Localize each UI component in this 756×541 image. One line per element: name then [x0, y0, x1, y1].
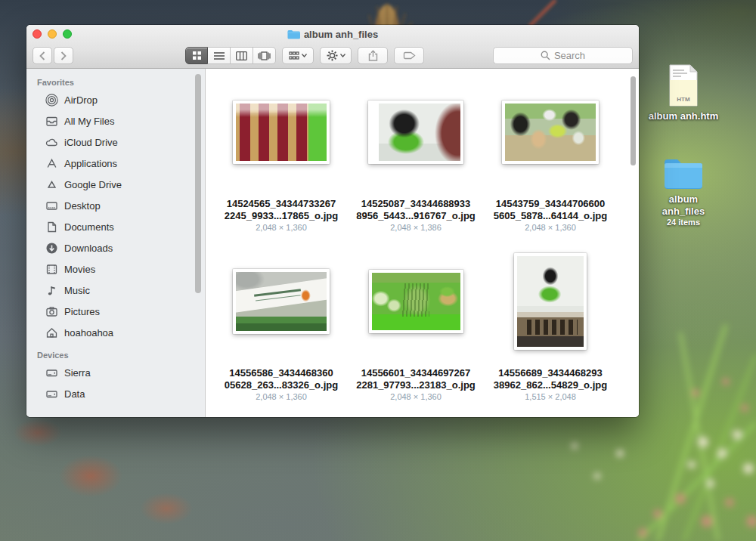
home-icon — [45, 326, 58, 339]
arrange-button[interactable] — [282, 47, 314, 64]
search-icon — [541, 51, 550, 60]
file-name: 14525087_343446889338956_5443...916767_o… — [356, 198, 476, 222]
file-item[interactable]: 14556689_343446829338962_862...54829_o.j… — [483, 241, 618, 410]
sidebar-item-movies[interactable]: Movies — [26, 258, 205, 280]
file-thumbnail[interactable] — [369, 270, 463, 333]
file-dimensions: 2,048 × 1,360 — [390, 392, 442, 401]
window-title: album anh_files — [287, 29, 378, 40]
file-dimensions: 1,515 × 2,048 — [525, 392, 576, 401]
desktop-icon-label: album anh.htm — [649, 110, 718, 122]
sidebar-item-documents[interactable]: Documents — [26, 216, 205, 237]
file-name: 14556601_343446972672281_97793...23183_o… — [356, 367, 476, 391]
toolbar: Search — [26, 43, 639, 68]
downloads-icon — [45, 241, 58, 255]
column-view-button[interactable] — [231, 47, 253, 64]
hard-drive-icon — [45, 387, 58, 400]
sidebar-item-icloud-drive[interactable]: iCloud Drive — [26, 131, 205, 153]
htm-file-icon: HTM — [666, 63, 701, 107]
sidebar-section-devices: Devices — [26, 348, 205, 362]
mini-folder-icon — [287, 29, 300, 39]
desktop-icon-folder[interactable]: album anh_files 24 items — [647, 156, 720, 227]
sidebar-item-all-my-files[interactable]: All My Files — [26, 110, 205, 131]
file-dimensions: 2,048 × 1,360 — [256, 223, 307, 232]
file-item[interactable]: 14556586_343446836005628_263...83326_o.j… — [214, 241, 349, 410]
sidebar-item-google-drive[interactable]: Google Drive — [26, 174, 205, 195]
airdrop-icon — [45, 93, 58, 107]
icon-grid: 14524565_343447332672245_9933...17865_o.… — [206, 69, 639, 410]
desktop-icon-htm-file[interactable]: HTM album anh.htm — [647, 63, 720, 122]
all-my-files-icon — [45, 114, 58, 128]
document-icon — [45, 220, 58, 233]
sidebar-section-favorites: Favorites — [26, 75, 205, 89]
pictures-icon — [45, 305, 58, 318]
finder-window: album anh_files — [26, 25, 639, 417]
search-input[interactable]: Search — [493, 47, 633, 64]
minimize-button[interactable] — [48, 29, 57, 39]
sidebar-item-downloads[interactable]: Downloads — [26, 237, 205, 258]
file-dimensions: 2,048 × 1,360 — [256, 392, 307, 401]
file-item[interactable]: 14556601_343446972672281_97793...23183_o… — [349, 241, 483, 410]
folder-item-count: 24 items — [667, 218, 700, 227]
movies-icon — [45, 262, 58, 276]
file-name: 14524565_343447332672245_9933...17865_o.… — [225, 198, 338, 222]
sidebar: Favorites AirDrop All My Files — [26, 69, 206, 417]
file-item[interactable]: 14524565_343447332672245_9933...17865_o.… — [214, 72, 349, 241]
sidebar-item-sierra[interactable]: Sierra — [26, 362, 205, 383]
share-button[interactable] — [358, 47, 388, 64]
cloud-icon — [45, 135, 58, 149]
file-thumbnail[interactable] — [233, 100, 330, 164]
back-button[interactable] — [33, 47, 52, 64]
svg-text:HTM: HTM — [677, 96, 690, 103]
file-thumbnail[interactable] — [514, 253, 587, 350]
sidebar-item-applications[interactable]: Applications — [26, 153, 205, 174]
search-placeholder: Search — [554, 50, 585, 61]
red-stem — [529, 0, 556, 26]
sidebar-scrollbar[interactable] — [195, 74, 201, 293]
sidebar-item-desktop[interactable]: Desktop — [26, 195, 205, 216]
view-switcher — [185, 47, 276, 64]
music-icon — [45, 283, 58, 297]
sidebar-item-airdrop[interactable]: AirDrop — [26, 89, 205, 110]
gear-icon — [327, 50, 338, 61]
file-item[interactable]: 14525087_343446889338956_5443...916767_o… — [349, 72, 483, 241]
chevron-down-icon — [340, 54, 345, 57]
share-icon — [368, 50, 378, 61]
icon-view-button[interactable] — [185, 47, 208, 64]
file-thumbnail[interactable] — [233, 269, 330, 334]
file-name: 14556689_343446829338962_862...54829_o.j… — [494, 367, 607, 391]
desktop-icon — [45, 199, 58, 212]
desktop-icon-label: album anh_files — [662, 193, 705, 218]
list-view-button[interactable] — [208, 47, 231, 64]
file-item[interactable]: 14543759_343447066005605_5878...64144_o.… — [483, 72, 618, 241]
sidebar-item-data[interactable]: Data — [26, 383, 205, 404]
sidebar-item-music[interactable]: Music — [26, 280, 205, 301]
file-thumbnail[interactable] — [368, 100, 463, 164]
close-button[interactable] — [33, 29, 42, 39]
chevron-down-icon — [302, 54, 307, 57]
file-dimensions: 2,048 × 1,386 — [390, 223, 442, 232]
file-name: 14556586_343446836005628_263...83326_o.j… — [225, 367, 338, 391]
title-bar[interactable]: album anh_files — [26, 25, 639, 43]
file-name: 14543759_343447066005605_5878...64144_o.… — [494, 198, 607, 222]
forward-button[interactable] — [54, 47, 73, 64]
tag-button[interactable] — [394, 47, 424, 64]
sidebar-item-pictures[interactable]: Pictures — [26, 301, 205, 322]
file-browser-content: 14524565_343447332672245_9933...17865_o.… — [206, 69, 639, 417]
cover-flow-view-button[interactable] — [253, 47, 276, 64]
file-dimensions: 2,048 × 1,360 — [525, 223, 576, 232]
action-menu-button[interactable] — [320, 47, 352, 64]
file-thumbnail[interactable] — [502, 100, 599, 164]
tag-icon — [403, 51, 416, 60]
hard-drive-icon — [45, 366, 58, 379]
content-scrollbar[interactable] — [631, 76, 636, 165]
zoom-button[interactable] — [63, 29, 72, 39]
google-drive-icon — [45, 178, 58, 191]
folder-icon — [663, 156, 704, 190]
applications-icon — [45, 156, 58, 170]
sidebar-item-home[interactable]: hoahoahoa — [26, 322, 205, 343]
